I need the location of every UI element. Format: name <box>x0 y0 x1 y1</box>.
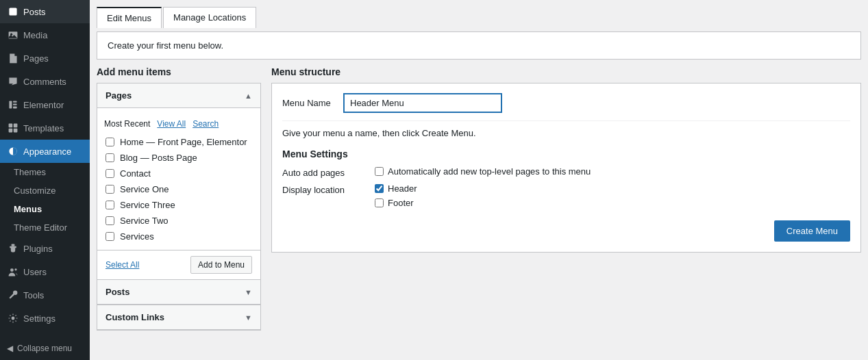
page-checkbox-service-three[interactable] <box>106 201 114 209</box>
footer-location-checkbox[interactable] <box>375 198 384 207</box>
page-label-contact: Contact <box>120 168 151 179</box>
page-checkbox-contact[interactable] <box>106 169 114 178</box>
auto-add-label: Auto add pages <box>282 166 364 178</box>
sidebar-item-appearance[interactable]: Appearance <box>0 140 90 163</box>
page-label-home: Home — Front Page, Elementor <box>120 137 247 147</box>
display-location-controls: Header Footer <box>375 183 417 208</box>
svg-rect-4 <box>13 103 17 105</box>
tools-icon <box>7 289 19 301</box>
sidebar-item-posts-label: Posts <box>23 7 46 17</box>
sidebar-submenu-theme-editor[interactable]: Theme Editor <box>0 218 90 237</box>
sidebar-item-templates-label: Templates <box>23 123 64 133</box>
sidebar-item-tools-label: Tools <box>23 290 44 300</box>
menu-name-input[interactable] <box>344 94 501 112</box>
tab-edit-menus[interactable]: Edit Menus <box>97 7 162 28</box>
svg-point-14 <box>12 317 15 320</box>
list-item[interactable]: Home — Front Page, Elementor <box>97 134 260 150</box>
sidebar-item-templates[interactable]: Templates <box>0 116 90 140</box>
sidebar: Posts Media Pages Comments Elementor Tem… <box>0 0 90 360</box>
sidebar-item-elementor-label: Elementor <box>23 100 64 110</box>
right-panel: Menu structure Menu Name Give your menu … <box>271 66 861 353</box>
custom-links-chevron-icon: ▼ <box>245 313 252 322</box>
tab-manage-locations[interactable]: Manage Locations <box>163 7 256 28</box>
list-item[interactable]: Contact <box>97 166 260 181</box>
menu-hint: Give your menu a name, then click Create… <box>282 120 850 149</box>
pages-accordion-header[interactable]: Pages ▲ <box>97 83 260 108</box>
elementor-icon <box>7 99 19 111</box>
page-label-service-three: Service Three <box>120 200 175 210</box>
auto-add-checkbox-row[interactable]: Automatically add new top-level pages to… <box>375 166 591 177</box>
create-menu-button[interactable]: Create Menu <box>774 220 850 242</box>
page-tab-view-all[interactable]: View All <box>157 118 186 130</box>
main-content: Edit Menus Manage Locations Create your … <box>90 0 868 360</box>
add-to-menu-button[interactable]: Add to Menu <box>190 256 252 274</box>
page-tab-search[interactable]: Search <box>193 118 219 130</box>
sidebar-item-media-label: Media <box>23 30 47 40</box>
sidebar-item-settings[interactable]: Settings <box>0 307 90 330</box>
svg-rect-8 <box>9 129 13 133</box>
collapse-menu-button[interactable]: ◀ Collapse menu <box>0 337 90 360</box>
settings-icon <box>7 312 19 324</box>
svg-rect-6 <box>9 124 13 128</box>
pages-icon <box>7 52 19 64</box>
svg-rect-2 <box>9 101 12 108</box>
posts-accordion: Posts ▼ <box>97 280 261 305</box>
collapse-label: Collapse menu <box>17 344 72 353</box>
page-checkbox-service-two[interactable] <box>106 216 114 225</box>
display-location-row: Display location Header Footer <box>282 183 850 208</box>
select-all-link[interactable]: Select All <box>106 260 139 270</box>
page-checkbox-services[interactable] <box>106 232 114 241</box>
media-icon <box>7 29 19 41</box>
list-item[interactable]: Service One <box>97 181 260 197</box>
list-item[interactable]: Blog — Posts Page <box>97 150 260 166</box>
page-label-service-two: Service Two <box>120 216 169 226</box>
posts-chevron-icon: ▼ <box>245 288 252 296</box>
header-location-checkbox[interactable] <box>375 184 384 193</box>
list-item[interactable]: Service Two <box>97 213 260 229</box>
custom-links-accordion: Custom Links ▼ <box>97 305 261 331</box>
list-item[interactable]: Services <box>97 229 260 244</box>
menu-name-label: Menu Name <box>282 98 337 108</box>
sidebar-item-elementor[interactable]: Elementor <box>0 93 90 116</box>
add-menu-items-title: Add menu items <box>97 66 261 77</box>
svg-rect-7 <box>14 124 18 128</box>
custom-links-accordion-title: Custom Links <box>106 312 164 322</box>
collapse-icon: ◀ <box>7 344 13 353</box>
page-label-service-one: Service One <box>120 184 169 194</box>
sidebar-item-media[interactable]: Media <box>0 23 90 47</box>
pages-accordion-footer: Select All Add to Menu <box>97 250 260 279</box>
sidebar-item-pages[interactable]: Pages <box>0 47 90 70</box>
sidebar-item-plugins[interactable]: Plugins <box>0 237 90 260</box>
footer-location-label: Footer <box>388 198 414 208</box>
posts-accordion-title: Posts <box>106 287 129 297</box>
sidebar-item-comments[interactable]: Comments <box>0 70 90 93</box>
posts-accordion-header[interactable]: Posts ▼ <box>97 280 260 305</box>
plugins-icon <box>7 242 19 255</box>
sidebar-item-users[interactable]: Users <box>0 260 90 283</box>
header-location-row[interactable]: Header <box>375 183 417 194</box>
sidebar-submenu-customize[interactable]: Customize <box>0 181 90 200</box>
menu-structure-title: Menu structure <box>271 66 861 77</box>
svg-rect-11 <box>12 244 15 246</box>
clearfix: Create Menu <box>282 214 850 242</box>
auto-add-checkbox-label: Automatically add new top-level pages to… <box>388 166 591 177</box>
users-icon <box>7 266 19 278</box>
sidebar-item-posts[interactable]: Posts <box>0 0 90 23</box>
comments-icon <box>7 75 19 88</box>
page-checkbox-home[interactable] <box>106 138 114 146</box>
page-checkbox-blog[interactable] <box>106 153 114 162</box>
page-label-services: Services <box>120 231 154 242</box>
page-checkbox-service-one[interactable] <box>106 185 114 194</box>
auto-add-checkbox[interactable] <box>375 167 384 176</box>
sidebar-submenu-menus[interactable]: Menus <box>0 200 90 218</box>
sidebar-submenu-themes[interactable]: Themes <box>0 163 90 181</box>
appearance-submenu: Themes Customize Menus Theme Editor <box>0 163 90 237</box>
info-message: Create your first menu below. <box>108 40 223 51</box>
footer-location-row[interactable]: Footer <box>375 198 417 208</box>
sidebar-item-settings-label: Settings <box>23 313 55 324</box>
page-tab-most-recent[interactable]: Most Recent <box>104 118 150 130</box>
sidebar-item-tools[interactable]: Tools <box>0 283 90 307</box>
list-item[interactable]: Service Three <box>97 197 260 213</box>
pages-accordion-title: Pages <box>106 90 132 101</box>
custom-links-accordion-header[interactable]: Custom Links ▼ <box>97 305 260 330</box>
